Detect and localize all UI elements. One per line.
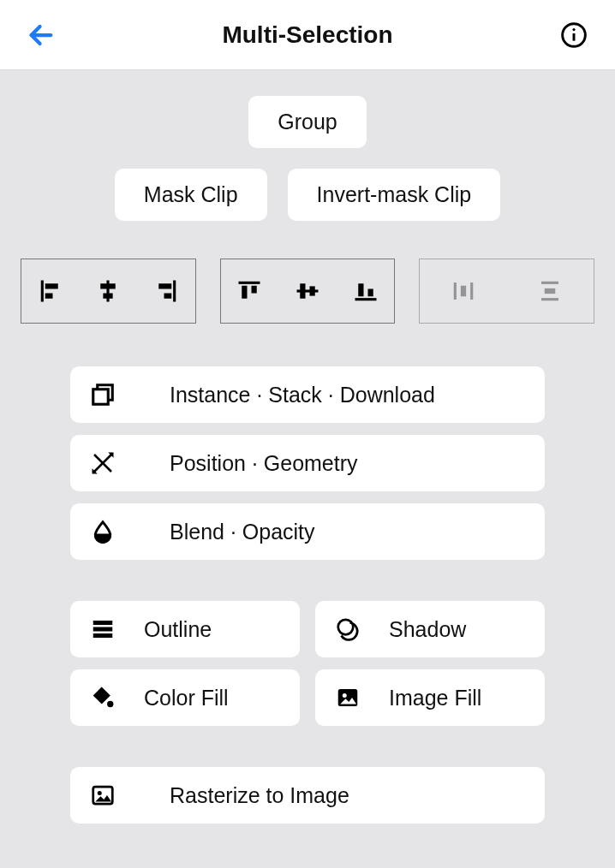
info-icon [560,21,588,49]
svg-rect-10 [173,281,176,302]
svg-rect-11 [158,283,171,288]
content-area: Group Mask Clip Invert-mask Clip [0,70,615,823]
blend-icon [87,516,118,547]
distribute-h-button[interactable] [443,271,484,312]
svg-rect-33 [93,621,113,625]
align-bottom-icon [353,278,379,304]
svg-rect-21 [367,289,373,297]
svg-rect-17 [300,283,305,299]
instance-label: Instance · Stack · Download [170,383,435,407]
svg-rect-23 [470,282,473,300]
style-row-1: Outline Shadow [21,601,594,657]
distribute-v-button[interactable] [529,271,570,312]
align-right-button[interactable] [146,271,187,312]
align-center-h-icon [95,278,121,304]
svg-rect-28 [93,389,109,405]
color-fill-label: Color Fill [144,686,229,710]
rasterize-icon [87,780,118,811]
svg-rect-6 [45,294,53,299]
svg-rect-8 [101,283,116,288]
svg-rect-18 [309,286,314,295]
svg-rect-4 [41,281,44,302]
svg-point-37 [108,702,113,707]
distribute-v-icon [537,278,563,304]
svg-rect-13 [239,282,260,284]
header-bar: Multi-Selection [0,0,615,70]
svg-rect-35 [93,633,113,638]
alignment-toolbar [21,259,594,324]
blend-label: Blend · Opacity [170,520,315,544]
image-fill-row[interactable]: Image Fill [315,669,545,726]
svg-rect-27 [545,288,556,294]
invert-mask-clip-button[interactable]: Invert-mask Clip [288,169,501,221]
svg-rect-24 [461,286,466,297]
instance-icon [87,379,118,410]
blend-row[interactable]: Blend · Opacity [70,503,545,560]
outline-row[interactable]: Outline [70,601,300,657]
svg-rect-20 [358,283,363,296]
align-center-v-icon [295,278,320,304]
svg-rect-14 [242,286,248,299]
instance-row[interactable]: Instance · Stack · Download [70,366,545,423]
shadow-row[interactable]: Shadow [315,601,545,657]
mask-clip-button[interactable]: Mask Clip [115,169,267,221]
align-horizontal-group [21,259,196,324]
distribute-h-icon [451,278,476,304]
svg-rect-25 [541,282,558,284]
align-vertical-group [220,259,396,324]
svg-point-39 [343,693,347,698]
svg-point-3 [572,28,575,31]
style-row-2: Color Fill Image Fill [21,669,594,726]
info-button[interactable] [557,18,591,52]
svg-rect-19 [355,298,376,300]
align-center-h-button[interactable] [87,271,128,312]
outline-icon [87,614,118,645]
rasterize-row[interactable]: Rasterize to Image [70,767,545,823]
position-icon [87,448,118,479]
back-button[interactable] [24,18,58,52]
svg-rect-15 [252,286,257,294]
outline-label: Outline [144,617,212,642]
align-top-icon [236,278,262,304]
shadow-icon [332,614,363,645]
align-top-button[interactable] [229,271,270,312]
rasterize-section: Rasterize to Image [21,767,594,823]
back-arrow-icon [27,21,56,50]
image-fill-icon [332,682,363,713]
svg-rect-5 [45,283,58,288]
position-label: Position · Geometry [170,451,358,476]
svg-rect-34 [93,627,113,632]
property-list: Instance · Stack · Download Position · G… [21,366,594,560]
distribute-group [419,259,594,324]
align-bottom-button[interactable] [345,271,386,312]
align-right-icon [153,278,179,304]
page-title: Multi-Selection [222,21,392,49]
align-left-icon [38,278,63,304]
svg-rect-22 [454,282,457,300]
color-fill-icon [87,682,118,713]
rasterize-label: Rasterize to Image [170,783,349,808]
align-left-button[interactable] [30,271,71,312]
svg-rect-9 [104,294,113,299]
svg-rect-12 [164,294,171,299]
image-fill-label: Image Fill [389,686,481,710]
shadow-label: Shadow [389,617,466,642]
position-row[interactable]: Position · Geometry [70,435,545,491]
align-center-v-button[interactable] [287,271,328,312]
svg-rect-26 [541,298,558,300]
color-fill-row[interactable]: Color Fill [70,669,300,726]
group-button[interactable]: Group [248,96,366,148]
svg-point-41 [98,791,102,795]
